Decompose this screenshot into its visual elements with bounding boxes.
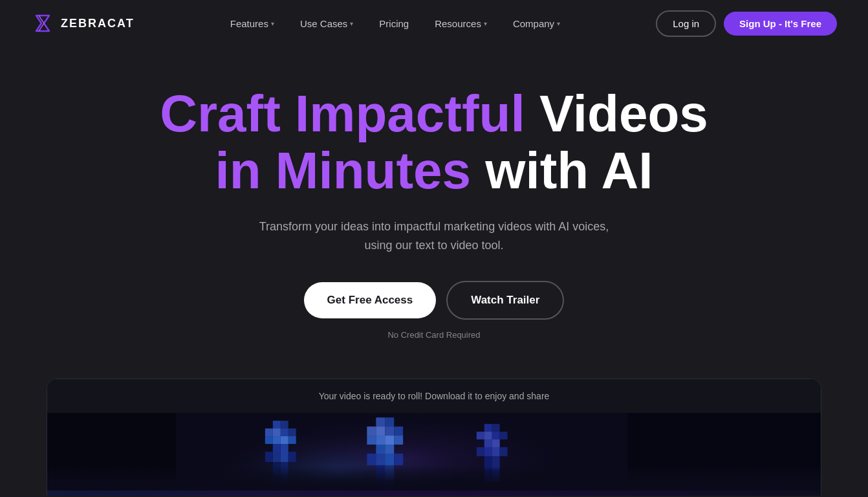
nav-item-pricing[interactable]: Pricing bbox=[369, 13, 419, 34]
svg-rect-39 bbox=[394, 454, 403, 465]
svg-rect-19 bbox=[288, 452, 296, 462]
nav-actions: Log in Sign Up - It's Free bbox=[656, 10, 837, 37]
chevron-down-icon: ▾ bbox=[350, 20, 353, 27]
svg-rect-33 bbox=[394, 436, 403, 445]
chevron-down-icon: ▾ bbox=[484, 20, 487, 27]
svg-rect-6 bbox=[265, 428, 273, 436]
svg-rect-24 bbox=[376, 417, 385, 426]
svg-rect-34 bbox=[376, 445, 385, 454]
svg-rect-8 bbox=[281, 428, 288, 436]
svg-rect-36 bbox=[367, 454, 376, 465]
svg-rect-48 bbox=[492, 432, 500, 439]
hero-title: Craft Impactful Videos in Minutes with A… bbox=[160, 85, 708, 199]
svg-rect-49 bbox=[500, 432, 508, 439]
logo-icon bbox=[31, 12, 54, 35]
svg-rect-4 bbox=[273, 421, 281, 428]
video-inner: Your video is ready to roll! Download it… bbox=[47, 379, 821, 496]
brand-logo[interactable]: ZEBRACAT bbox=[31, 12, 135, 35]
svg-rect-53 bbox=[484, 447, 492, 456]
hero-section: Craft Impactful Videos in Minutes with A… bbox=[0, 47, 868, 366]
svg-rect-30 bbox=[367, 436, 376, 445]
svg-rect-10 bbox=[265, 436, 273, 444]
svg-rect-11 bbox=[273, 436, 281, 444]
chevron-down-icon: ▾ bbox=[271, 20, 274, 27]
nav-item-features[interactable]: Features ▾ bbox=[220, 13, 285, 34]
svg-rect-29 bbox=[394, 426, 403, 436]
svg-rect-16 bbox=[265, 452, 273, 462]
nav-item-resources[interactable]: Resources ▾ bbox=[424, 13, 497, 34]
svg-rect-25 bbox=[385, 417, 394, 426]
svg-rect-52 bbox=[477, 447, 484, 456]
video-preview-container: Your video is ready to roll! Download it… bbox=[47, 379, 821, 496]
svg-rect-50 bbox=[484, 439, 492, 447]
svg-rect-62 bbox=[47, 466, 821, 491]
svg-rect-15 bbox=[281, 444, 288, 452]
svg-rect-17 bbox=[273, 452, 281, 462]
svg-rect-26 bbox=[367, 426, 376, 436]
video-notification-text: Your video is ready to roll! Download it… bbox=[47, 379, 821, 413]
svg-rect-28 bbox=[385, 426, 394, 436]
navbar: ZEBRACAT Features ▾ Use Cases ▾ Pricing … bbox=[0, 0, 868, 47]
svg-rect-38 bbox=[385, 454, 394, 465]
svg-rect-5 bbox=[281, 421, 288, 428]
svg-rect-51 bbox=[492, 439, 500, 447]
watch-trailer-button[interactable]: Watch Trailer bbox=[446, 281, 564, 320]
login-button[interactable]: Log in bbox=[656, 10, 716, 37]
no-credit-card-text: No Credit Card Required bbox=[387, 330, 480, 340]
svg-rect-9 bbox=[288, 428, 296, 436]
svg-rect-18 bbox=[281, 452, 288, 462]
svg-rect-45 bbox=[492, 424, 500, 432]
svg-rect-46 bbox=[477, 432, 484, 439]
get-free-access-button[interactable]: Get Free Access bbox=[304, 282, 437, 318]
brand-name: ZEBRACAT bbox=[61, 17, 135, 30]
hero-subtitle: Transform your ideas into impactful mark… bbox=[259, 217, 609, 255]
svg-rect-32 bbox=[385, 436, 394, 445]
signup-button[interactable]: Sign Up - It's Free bbox=[724, 12, 837, 36]
nav-item-company[interactable]: Company ▾ bbox=[503, 13, 570, 34]
svg-rect-13 bbox=[288, 436, 296, 444]
svg-rect-12 bbox=[281, 436, 288, 444]
nav-links: Features ▾ Use Cases ▾ Pricing Resources… bbox=[220, 13, 570, 34]
svg-rect-35 bbox=[385, 445, 394, 454]
hero-buttons: Get Free Access Watch Trailer bbox=[304, 281, 565, 320]
svg-rect-7 bbox=[273, 428, 281, 436]
svg-rect-54 bbox=[492, 447, 500, 456]
svg-rect-14 bbox=[273, 444, 281, 452]
svg-rect-55 bbox=[500, 447, 508, 456]
video-scene bbox=[47, 413, 821, 491]
svg-rect-31 bbox=[376, 436, 385, 445]
nav-item-use-cases[interactable]: Use Cases ▾ bbox=[290, 13, 363, 34]
svg-rect-27 bbox=[376, 426, 385, 436]
svg-rect-47 bbox=[484, 432, 492, 439]
video-thumbnail bbox=[47, 413, 821, 496]
chevron-down-icon: ▾ bbox=[557, 20, 560, 27]
svg-rect-37 bbox=[376, 454, 385, 465]
svg-rect-44 bbox=[484, 424, 492, 432]
